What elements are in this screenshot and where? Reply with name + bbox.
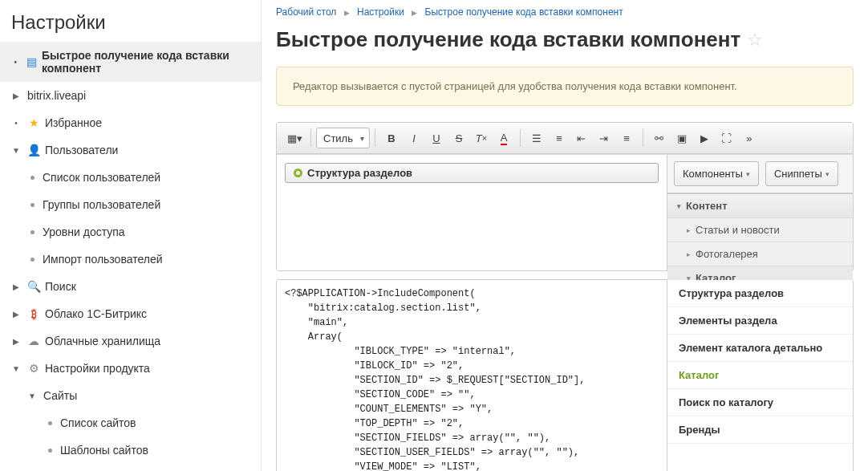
separator-icon	[643, 129, 643, 147]
separator-icon	[375, 129, 375, 147]
image-button[interactable]: ▣	[671, 128, 692, 148]
clear-format-button[interactable]: T×	[471, 128, 492, 148]
sidebar-item-users[interactable]: ▼ 👤 Пользователи	[0, 136, 261, 164]
bullet-icon	[48, 421, 52, 425]
sidebar-item-product-settings[interactable]: ▼ ⚙ Настройки продукта	[0, 355, 261, 382]
sidebar-item-site-list[interactable]: Список сайтов	[0, 409, 261, 436]
align-button[interactable]: ≡	[616, 128, 637, 148]
user-icon: 👤	[27, 144, 40, 156]
link-button[interactable]: ⚯	[649, 128, 670, 148]
indent-button[interactable]: ⇥	[594, 128, 614, 148]
sidebar: Настройки • ▤ Быстрое получение кода вст…	[0, 0, 262, 471]
view-toggle-button[interactable]: ▦▾	[284, 128, 305, 148]
sidebar-item-code-insert[interactable]: • ▤ Быстрое получение кода вставки компо…	[0, 42, 261, 82]
info-box: Редактор вызывается с пустой страницей д…	[276, 67, 854, 106]
cat-structure[interactable]: Структура разделов	[667, 280, 853, 307]
bullet-icon	[30, 203, 34, 207]
expand-icon: ▶	[11, 282, 21, 291]
sidebar-item-search[interactable]: ▶ 🔍 Поиск	[0, 273, 261, 300]
component-panel: Компоненты ▾ Сниппеты ▾ ▾ Контент	[667, 155, 853, 270]
sidebar-item-label: Облачные хранилища	[45, 335, 160, 347]
sidebar-item-user-list[interactable]: Список пользователей	[0, 164, 261, 191]
group-label: Контент	[686, 200, 728, 212]
text-color-button[interactable]: A	[493, 128, 514, 148]
breadcrumb-item[interactable]: Рабочий стол	[276, 6, 336, 18]
sidebar-item-1c-cloud[interactable]: ▶ ₿ Облако 1С-Битрикс	[0, 300, 261, 327]
underline-button[interactable]: U	[426, 128, 447, 148]
chevron-down-icon: ▾	[746, 170, 750, 178]
main-content: Рабочий стол ▶ Настройки ▶ Быстрое получ…	[262, 0, 868, 471]
code-split: <?$APPLICATION->IncludeComponent( "bitri…	[276, 279, 854, 471]
cat-element-detail[interactable]: Элемент каталога детально	[667, 335, 853, 362]
sidebar-item-label: Быстрое получение кода вставки компонент	[42, 49, 256, 75]
code-output[interactable]: <?$APPLICATION->IncludeComponent( "bitri…	[277, 280, 667, 471]
editor-body: Структура разделов Компоненты ▾ Сниппеты…	[277, 154, 853, 270]
ordered-list-button[interactable]: ☰	[526, 128, 547, 148]
collapse-icon: ▼	[11, 363, 21, 373]
cat-brands[interactable]: Бренды	[667, 416, 853, 444]
bullet-icon	[30, 176, 34, 180]
breadcrumb-item[interactable]: Настройки	[357, 6, 404, 18]
sidebar-item-label: Шаблоны сайтов	[60, 444, 148, 457]
cat-search[interactable]: Поиск по каталогу	[667, 389, 853, 416]
outdent-button[interactable]: ⇤	[571, 128, 592, 148]
sidebar-item-label: Сайты	[43, 389, 77, 402]
cloud-icon: ☁	[27, 335, 40, 347]
sub-articles[interactable]: ▸ Статьи и новости	[667, 217, 853, 242]
sidebar-item-access-levels[interactable]: Уровни доступа	[0, 218, 261, 246]
chevron-right-icon: ▸	[687, 250, 691, 258]
expand-icon: ▶	[11, 309, 21, 319]
expand-icon: ▶	[11, 336, 21, 346]
sidebar-title: Настройки	[0, 0, 261, 42]
sidebar-item-label: Уровни доступа	[43, 225, 125, 238]
fullscreen-button[interactable]: ⛶	[716, 128, 737, 148]
favorite-star-icon[interactable]: ☆	[747, 30, 763, 51]
sidebar-item-label: Настройки продукта	[45, 362, 150, 375]
sidebar-item-user-groups[interactable]: Группы пользователей	[0, 191, 261, 218]
page-title: Быстрое получение кода вставки компонент	[276, 27, 740, 52]
structure-button[interactable]: Структура разделов	[285, 163, 659, 183]
sidebar-item-cloud-storage[interactable]: ▶ ☁ Облачные хранилища	[0, 327, 261, 355]
unordered-list-button[interactable]: ≡	[549, 128, 570, 148]
sidebar-item-favorites[interactable]: • ★ Избранное	[0, 109, 261, 136]
sidebar-item-import-users[interactable]: Импорт пользователей	[0, 246, 261, 273]
sub-label: Фотогалерея	[696, 248, 758, 260]
sidebar-item-liveapi[interactable]: ▶ bitrix.liveapi	[0, 82, 261, 109]
tab-label: Сниппеты	[774, 168, 822, 180]
breadcrumb-item[interactable]: Быстрое получение кода вставки компонент	[425, 6, 623, 18]
separator-icon	[310, 129, 311, 147]
sub-photogallery[interactable]: ▸ Фотогалерея	[667, 242, 853, 266]
tab-snippets[interactable]: Сниппеты ▾	[765, 161, 838, 186]
sidebar-item-label: Список пользователей	[43, 171, 160, 184]
video-button[interactable]: ▶	[694, 128, 715, 148]
sidebar-item-label: Поиск	[45, 280, 76, 293]
bullet-icon: •	[11, 118, 21, 128]
style-select[interactable]: Стиль	[316, 128, 370, 148]
tab-label: Компоненты	[683, 168, 743, 180]
collapse-icon: ▼	[11, 145, 21, 155]
nav-tree: • ▤ Быстрое получение кода вставки компо…	[0, 42, 261, 464]
italic-button[interactable]: I	[404, 128, 424, 148]
sidebar-item-site-templates[interactable]: Шаблоны сайтов	[0, 436, 261, 464]
cat-section-elements[interactable]: Элементы раздела	[667, 307, 853, 335]
chevron-right-icon: ▶	[412, 9, 417, 17]
sidebar-item-label: Пользователи	[45, 144, 118, 156]
tab-components[interactable]: Компоненты ▾	[674, 161, 759, 186]
sidebar-item-label: Список сайтов	[60, 416, 136, 429]
chevron-down-icon: ▾	[825, 170, 829, 178]
editor-toolbar: ▦▾ Стиль B I U S T× A ☰ ≡ ⇤ ⇥ ≡ ⚯ ▣ ▶	[277, 123, 853, 154]
strikethrough-button[interactable]: S	[448, 128, 469, 148]
editor-canvas[interactable]: Структура разделов	[277, 155, 667, 270]
sidebar-item-label: Импорт пользователей	[43, 253, 163, 266]
bullet-icon	[30, 258, 34, 262]
sidebar-item-sites[interactable]: ▼ Сайты	[0, 382, 261, 409]
group-content[interactable]: ▾ Контент	[667, 194, 853, 217]
search-icon: 🔍	[27, 280, 40, 293]
gear-icon: ⚙	[27, 362, 40, 375]
catalog-list: Структура разделов Элементы раздела Элем…	[667, 280, 853, 471]
more-button[interactable]: »	[739, 128, 760, 148]
cat-catalog[interactable]: Каталог	[667, 362, 853, 389]
bold-button[interactable]: B	[381, 128, 402, 148]
bullet-icon	[30, 230, 34, 234]
bullet-icon	[48, 449, 52, 453]
